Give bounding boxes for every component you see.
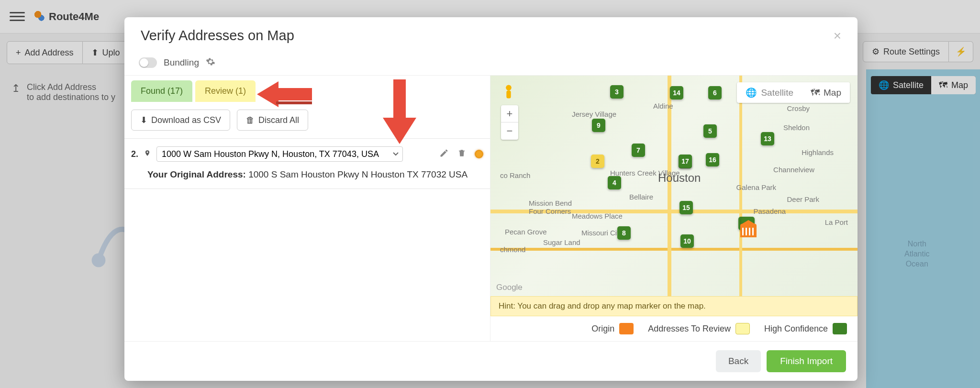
legend: Origin Addresses To Review High Confiden… bbox=[490, 316, 858, 341]
map-marker-9[interactable]: 9 bbox=[592, 119, 605, 132]
place-pecan: Pecan Grove bbox=[505, 228, 547, 236]
verify-addresses-modal: Verify Addresses on Map × Bundling Found… bbox=[124, 17, 858, 381]
original-address-label: Your Original Address: bbox=[147, 169, 246, 179]
tab-review[interactable]: Review (1) bbox=[195, 80, 256, 102]
place-coranch: co Ranch bbox=[500, 171, 530, 179]
gear-icon[interactable] bbox=[206, 57, 215, 68]
annotation-arrow-left bbox=[257, 81, 312, 107]
globe-icon: 🌐 bbox=[746, 87, 757, 98]
bundling-toggle[interactable] bbox=[139, 57, 157, 68]
map-origin-marker[interactable] bbox=[740, 224, 757, 237]
address-list-pane: Found (17) Review (1) ⬇ Download as CSV … bbox=[124, 76, 490, 341]
edit-icon[interactable] bbox=[439, 148, 449, 160]
svg-marker-5 bbox=[383, 118, 416, 144]
high-swatch-icon bbox=[833, 323, 847, 334]
bundling-label: Bundling bbox=[164, 57, 199, 68]
place-chmond: chmond bbox=[500, 245, 525, 254]
origin-swatch-icon bbox=[619, 323, 634, 334]
download-csv-button[interactable]: ⬇ Download as CSV bbox=[131, 110, 230, 131]
legend-origin-label: Origin bbox=[591, 324, 614, 334]
map-marker-14[interactable]: 14 bbox=[670, 86, 683, 100]
back-button[interactable]: Back bbox=[716, 350, 761, 372]
svg-rect-4 bbox=[393, 79, 406, 118]
trash-icon: 🗑 bbox=[246, 115, 255, 125]
map-marker-3[interactable]: 3 bbox=[610, 85, 624, 99]
map-marker-13[interactable]: 13 bbox=[761, 132, 774, 145]
place-mission: Mission Bend bbox=[529, 199, 572, 207]
map-marker-10[interactable]: 10 bbox=[680, 234, 694, 248]
satellite-button[interactable]: 🌐 Satellite bbox=[737, 82, 802, 103]
map-marker-17[interactable]: 17 bbox=[679, 155, 692, 168]
map-zoom-control: + − bbox=[501, 105, 518, 140]
address-row: 2. 1000 W Sam Houston Pkwy N, Houston, T… bbox=[124, 138, 490, 189]
address-select[interactable]: 1000 W Sam Houston Pkwy N, Houston, TX 7… bbox=[156, 146, 403, 162]
map-marker-16[interactable]: 16 bbox=[706, 153, 719, 166]
zoom-out-button[interactable]: − bbox=[501, 122, 518, 140]
pin-icon bbox=[144, 149, 151, 159]
tab-found[interactable]: Found (17) bbox=[131, 80, 192, 102]
place-bellaire: Bellaire bbox=[629, 193, 653, 201]
map-marker-5[interactable]: 5 bbox=[703, 124, 717, 138]
review-swatch-icon bbox=[735, 323, 750, 334]
place-sheldon: Sheldon bbox=[783, 123, 810, 132]
finish-import-button[interactable]: Finish Import bbox=[767, 350, 846, 372]
original-address-value: 1000 S Sam Houston Pkwy N Houston TX 770… bbox=[248, 169, 468, 179]
legend-review-label: Addresses To Review bbox=[648, 324, 731, 334]
map-marker-review[interactable]: 2 bbox=[591, 155, 604, 168]
legend-origin: Origin bbox=[591, 323, 634, 334]
download-csv-label: Download as CSV bbox=[151, 115, 221, 125]
map-pane: Houston Crosby Sheldon Highlands Channel… bbox=[490, 76, 858, 341]
map-canvas[interactable]: Houston Crosby Sheldon Highlands Channel… bbox=[490, 76, 858, 296]
place-sugar: Sugar Land bbox=[543, 238, 580, 246]
actions-row: ⬇ Download as CSV 🗑 Discard All bbox=[124, 102, 490, 138]
map-button[interactable]: 🗺 Map bbox=[802, 82, 850, 103]
map-marker-7[interactable]: 7 bbox=[632, 144, 645, 157]
annotation-arrow-down bbox=[383, 79, 416, 146]
svg-rect-3 bbox=[506, 90, 511, 98]
map-attribution: Google bbox=[496, 283, 523, 292]
legend-high: High Confidence bbox=[764, 323, 847, 334]
place-aldine: Aldine bbox=[653, 102, 673, 110]
address-index: 2. bbox=[131, 149, 138, 159]
modal-title: Verify Addresses on Map bbox=[141, 28, 294, 44]
place-galena: Galena Park bbox=[736, 183, 776, 191]
pegman-icon[interactable] bbox=[502, 84, 515, 102]
map-marker-8[interactable]: 8 bbox=[617, 226, 631, 240]
satellite-label: Satellite bbox=[761, 88, 793, 98]
close-icon[interactable]: × bbox=[834, 28, 841, 44]
map-icon: 🗺 bbox=[811, 88, 820, 98]
svg-marker-7 bbox=[257, 81, 278, 107]
map-marker-4[interactable]: 4 bbox=[608, 176, 621, 189]
place-jersey: Jersey Village bbox=[572, 110, 616, 118]
svg-rect-6 bbox=[276, 88, 312, 100]
zoom-in-button[interactable]: + bbox=[501, 105, 518, 122]
place-pasadena: Pasadena bbox=[753, 207, 786, 215]
modal-subheader: Bundling bbox=[124, 52, 858, 76]
arrow-anchor bbox=[384, 72, 384, 72]
legend-review: Addresses To Review bbox=[648, 323, 750, 334]
place-meadows: Meadows Place bbox=[572, 212, 623, 220]
place-missouri: Missouri City bbox=[581, 229, 623, 237]
delete-icon[interactable] bbox=[457, 148, 466, 160]
arrow-shadow bbox=[385, 84, 390, 88]
place-crosby: Crosby bbox=[787, 104, 810, 112]
modal-header: Verify Addresses on Map × bbox=[124, 17, 858, 52]
svg-rect-8 bbox=[276, 101, 312, 104]
place-channelview: Channelview bbox=[773, 166, 814, 174]
place-laporte: La Port bbox=[825, 218, 848, 226]
svg-point-2 bbox=[506, 85, 512, 91]
map-type-toggle: 🌐 Satellite 🗺 Map bbox=[737, 82, 850, 103]
status-indicator bbox=[475, 150, 483, 158]
map-label: Map bbox=[824, 88, 841, 98]
place-four: Four Corners bbox=[529, 207, 571, 215]
hint-bar: Hint: You can drag and drop any map mark… bbox=[490, 296, 858, 316]
discard-all-button[interactable]: 🗑 Discard All bbox=[237, 110, 308, 131]
map-marker-6[interactable]: 6 bbox=[708, 86, 722, 100]
modal-body: Found (17) Review (1) ⬇ Download as CSV … bbox=[124, 76, 858, 341]
place-hunters: Hunters Creek Village bbox=[610, 169, 680, 177]
original-address: Your Original Address: 1000 S Sam Housto… bbox=[131, 168, 483, 181]
place-deerpark: Deer Park bbox=[787, 195, 819, 203]
map-marker-15[interactable]: 15 bbox=[679, 201, 693, 214]
place-highlands: Highlands bbox=[802, 148, 834, 156]
modal-footer: Back Finish Import bbox=[124, 341, 858, 381]
